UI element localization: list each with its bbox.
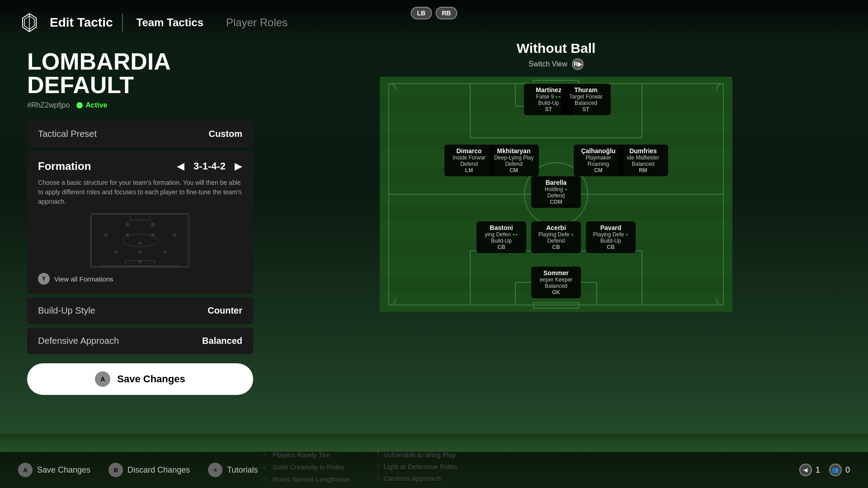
tactic-meta: #RhZ2wpfjpo Active: [27, 101, 253, 109]
player-focus-dimarco: Defend: [449, 161, 490, 167]
bottom-save-action[interactable]: A Save Changes: [18, 463, 90, 477]
switch-view-label: Switch View: [528, 60, 567, 68]
player-name-sommer: Sommer: [536, 269, 576, 277]
nav-group-indicator: 👥 0: [829, 464, 850, 476]
lb-button[interactable]: LB: [411, 7, 432, 19]
player-card-pavard[interactable]: Pavard Playing Defe + Build-Up CB: [586, 221, 636, 253]
defensive-approach-value: Balanced: [202, 336, 242, 346]
save-changes-button[interactable]: A Save Changes: [27, 363, 253, 395]
bottom-a-button: A: [18, 463, 33, 477]
formation-nav: ◀ 3-1-4-2 ▶: [177, 160, 242, 172]
pitch-lines-svg: [91, 214, 189, 267]
svg-rect-11: [380, 113, 732, 131]
bottom-discard-action[interactable]: B Discard Changes: [108, 463, 190, 477]
player-focus-pavard: Build-Up: [590, 238, 631, 244]
formation-prev-button[interactable]: ◀: [177, 160, 184, 172]
switch-view-row: Switch View R▶: [262, 58, 850, 70]
player-pos-sommer: GK: [536, 289, 576, 296]
player-name-mkhitaryan: Mkhitaryan: [494, 147, 534, 155]
nav-page-indicator: ◀ 1: [799, 464, 820, 476]
nav-left-icon[interactable]: ◀: [799, 464, 812, 476]
preset-label: Tactical Preset: [38, 129, 97, 139]
pitch-area: Without Ball Switch View R▶: [262, 41, 850, 434]
group-icon: 👥: [829, 464, 842, 476]
bottom-discard-label: Discard Changes: [127, 465, 190, 475]
bottom-right: ◀ 1 👥 0: [799, 464, 850, 476]
player-name-dimarco: Dimarco: [449, 147, 490, 155]
player-card-thuram[interactable]: Thuram Target Forwar Balanced ST: [561, 84, 611, 115]
save-button-label: Save Changes: [117, 373, 185, 385]
active-indicator: [76, 102, 83, 108]
formation-value: 3-1-4-2: [193, 160, 226, 172]
tab-team-tactics[interactable]: Team Tactics: [132, 14, 208, 31]
player-pos-calhanoglu: CM: [578, 167, 619, 174]
build-up-style-row[interactable]: Build-Up Style Counter: [27, 297, 253, 324]
player-role-calhanoglu: Playmaker: [578, 155, 619, 161]
bottom-save-label: Save Changes: [37, 465, 90, 475]
player-pos-acerbi: CB: [536, 244, 576, 250]
build-up-label: Build-Up Style: [38, 305, 95, 316]
player-role-acerbi: Playing Defe +: [536, 231, 576, 238]
player-pos-pavard: CB: [590, 244, 631, 250]
player-name-barella: Barella: [536, 179, 576, 186]
nav-count: 1: [816, 465, 820, 475]
svg-rect-3: [91, 214, 188, 267]
player-role-bastoni: ying Defen ++: [481, 231, 522, 238]
player-card-mkhitaryan[interactable]: Mkhitaryan Deep-Lying Play Defend CM: [489, 145, 539, 176]
player-role-barella: Holding +: [536, 186, 576, 192]
player-name-dumfries: Dumfries: [623, 147, 664, 155]
r-button[interactable]: R▶: [572, 58, 584, 70]
tactic-id: #RhZ2wpfjpo: [27, 101, 70, 109]
tactic-title: LOMBARDIA Default: [27, 50, 253, 97]
player-card-barella[interactable]: Barella Holding + Defend CDM: [531, 176, 581, 208]
player-focus-thuram: Balanced: [566, 100, 606, 106]
player-focus-dumfries: Balanced: [623, 161, 664, 167]
formation-description: Choose a basic structure for your team's…: [38, 178, 242, 206]
edit-tactic-label: Edit Tactic: [50, 15, 113, 30]
view-all-formations[interactable]: Y View all Formations: [38, 273, 242, 285]
active-label: Active: [85, 101, 107, 109]
player-role-dimarco: Inside Forwar: [449, 155, 490, 161]
player-focus-bastoni: Build-Up: [481, 238, 522, 244]
defensive-approach-row[interactable]: Defensive Approach Balanced: [27, 328, 253, 354]
left-panel: LOMBARDIA Default #RhZ2wpfjpo Active Tac…: [27, 50, 253, 395]
bottom-b-button: B: [108, 463, 123, 477]
player-focus-barella: Defend: [536, 192, 576, 199]
header-divider: [122, 14, 123, 32]
football-pitch-container: Martínez False 9 ++ Build-Up ST Thuram T…: [262, 77, 850, 312]
player-focus-acerbi: Defend: [536, 238, 576, 244]
svg-rect-12: [380, 149, 732, 167]
formation-card: Formation ◀ 3-1-4-2 ▶ Choose a basic str…: [27, 151, 253, 294]
player-focus-mkhitaryan: Defend: [494, 161, 534, 167]
player-name-bastoni: Bastoni: [481, 224, 522, 231]
tab-player-roles[interactable]: Player Roles: [222, 14, 292, 31]
bottom-tutorials-action[interactable]: ≡ Tutorials: [208, 463, 258, 477]
player-name-calhanoglu: Çalhanoğlu: [578, 147, 619, 155]
svg-point-5: [123, 234, 158, 247]
player-role-dumfries: ide Midfielder: [623, 155, 664, 161]
bottom-menu-button: ≡: [208, 463, 222, 477]
group-count: 0: [845, 465, 850, 475]
player-card-dimarco[interactable]: Dimarco Inside Forwar Defend LM: [444, 145, 494, 176]
player-role-pavard: Playing Defe +: [590, 231, 631, 238]
formation-pitch-diagram: [90, 213, 190, 267]
defensive-approach-label: Defensive Approach: [38, 336, 119, 346]
player-name-pavard: Pavard: [590, 224, 631, 231]
formation-next-button[interactable]: ▶: [235, 160, 242, 172]
active-badge: Active: [76, 101, 107, 109]
player-pos-barella: CDM: [536, 199, 576, 205]
bottom-tutorials-label: Tutorials: [227, 465, 258, 475]
header-tabs: Team Tactics Player Roles: [132, 14, 292, 31]
rb-button[interactable]: RB: [435, 7, 457, 19]
player-card-dumfries[interactable]: Dumfries ide Midfielder Balanced RM: [618, 145, 668, 176]
player-card-calhanoglu[interactable]: Çalhanoğlu Playmaker Roaming CM: [574, 145, 623, 176]
tactical-preset-row[interactable]: Tactical Preset Custom: [27, 121, 253, 147]
player-card-sommer[interactable]: Sommer eeper Keeper Balanced GK: [531, 267, 581, 298]
logo: [18, 11, 41, 34]
preset-value: Custom: [209, 129, 242, 139]
controller-buttons-top: LB RB: [411, 7, 458, 19]
formation-title: Formation: [38, 160, 91, 173]
player-card-bastoni[interactable]: Bastoni ying Defen ++ Build-Up CB: [476, 221, 526, 253]
player-card-acerbi[interactable]: Acerbi Playing Defe + Defend CB: [531, 221, 581, 253]
build-up-value: Counter: [208, 305, 242, 316]
